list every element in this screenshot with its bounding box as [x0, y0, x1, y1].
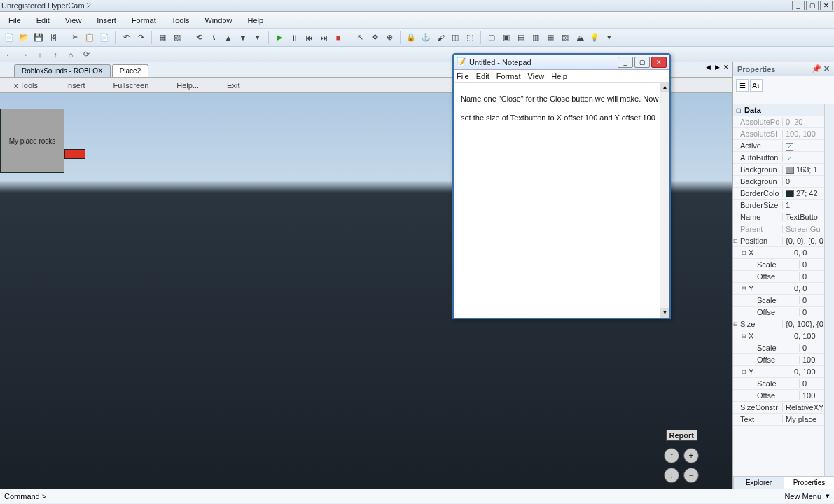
doc-nav-right-icon[interactable]: ▶ [713, 63, 721, 71]
menu-file[interactable]: File [6, 15, 24, 26]
menu-insert[interactable]: Insert [94, 15, 119, 26]
prop-row-size-x-offset[interactable]: Offse100 [733, 354, 824, 366]
prop-row-autobutton[interactable]: AutoButton✓ [733, 152, 824, 164]
prop-row-text[interactable]: TextMy place [733, 414, 824, 426]
refresh-icon[interactable]: ⟳ [80, 48, 92, 61]
vp-insert[interactable]: Insert [52, 81, 99, 90]
prop-row-position-x[interactable]: ⊟X0, 0 [733, 247, 824, 259]
paste-icon[interactable]: 📄 [98, 31, 111, 44]
minimize-button[interactable]: _ [792, 1, 805, 10]
cam-zoom-out-icon[interactable]: − [683, 468, 699, 483]
close-button[interactable]: ✕ [820, 1, 833, 10]
save-all-icon[interactable]: 🗄 [47, 31, 60, 44]
cam-up-icon[interactable]: ↑ [664, 448, 679, 463]
notepad-textarea[interactable]: Name one "Close" for the Close button we… [454, 83, 669, 318]
prop-row-size-x[interactable]: ⊟X0, 100 [733, 330, 824, 342]
menu-window[interactable]: Window [202, 15, 235, 26]
menu-tools[interactable]: Tools [169, 15, 193, 26]
stop-icon[interactable]: ■ [332, 31, 345, 44]
prop-row-size-y[interactable]: ⊟Y0, 100 [733, 366, 824, 378]
paint-icon[interactable]: 🖌 [434, 31, 447, 44]
group-icon[interactable]: ▦ [156, 31, 169, 44]
tab-explorer[interactable]: Explorer [733, 477, 784, 489]
prop-row-backgroundtransparency[interactable]: Backgroun0 [733, 176, 824, 188]
notepad-titlebar[interactable]: 📝 Untitled - Notepad _ ▢ ✕ [454, 55, 669, 70]
notepad-scrollbar[interactable]: ▲ ▼ [660, 83, 669, 318]
menu-view[interactable]: View [62, 15, 85, 26]
insert2-icon[interactable]: ▣ [500, 31, 513, 44]
vp-tools[interactable]: x Tools [0, 81, 52, 90]
panel-close-icon[interactable]: ✕ [823, 64, 830, 74]
doc-nav-left-icon[interactable]: ◀ [704, 63, 712, 71]
step-back-icon[interactable]: ⏮ [303, 31, 315, 44]
prop-row-size[interactable]: ⊟Size{0, 100}, {0 [733, 318, 824, 330]
arrow-up-icon[interactable]: ▲ [222, 31, 235, 44]
arrow-right-icon[interactable]: → [18, 48, 31, 61]
copy-icon[interactable]: 📋 [83, 31, 96, 44]
menu-format[interactable]: Format [129, 15, 159, 26]
tilt-icon[interactable]: ⤹ [207, 31, 220, 44]
prop-row-bordersize[interactable]: BorderSize1 [733, 200, 824, 211]
scroll-up-icon[interactable]: ▲ [660, 83, 669, 92]
dropdown-icon[interactable]: ▾ [251, 31, 264, 44]
light-icon[interactable]: 💡 [588, 31, 601, 44]
insert4-icon[interactable]: ▥ [529, 31, 542, 44]
prop-row-position-y[interactable]: ⊟Y0, 0 [733, 283, 824, 295]
notepad-menu-format[interactable]: Format [496, 72, 521, 80]
prop-row-position-x-offset[interactable]: Offse0 [733, 271, 824, 283]
prop-row-bordercolor[interactable]: BorderColo27; 42 [733, 188, 824, 200]
redo-icon[interactable]: ↷ [134, 31, 147, 44]
sort-az-icon[interactable]: A↓ [750, 79, 763, 92]
vp-help[interactable]: Help... [162, 81, 213, 90]
cam-down-icon[interactable]: ↓ [664, 468, 679, 483]
insert6-icon[interactable]: ▧ [559, 31, 571, 44]
categorize-icon[interactable]: ☰ [736, 79, 749, 92]
scroll-down-icon[interactable]: ▼ [660, 308, 669, 318]
notepad-close-button[interactable]: ✕ [651, 57, 667, 68]
surface-icon[interactable]: ⬚ [464, 31, 476, 44]
menu-edit[interactable]: Edit [34, 15, 53, 26]
report-button[interactable]: Report [666, 430, 697, 441]
undo-icon[interactable]: ↶ [120, 31, 132, 44]
notepad-menu-help[interactable]: Help [551, 72, 567, 80]
prop-row-name[interactable]: NameTextButto [733, 211, 824, 223]
resize-icon[interactable]: ⊕ [383, 31, 396, 44]
dropdown2-icon[interactable]: ▾ [603, 31, 616, 44]
prop-row-parent[interactable]: ParentScreenGu [733, 223, 824, 235]
vp-exit[interactable]: Exit [213, 81, 253, 90]
lock-icon[interactable]: 🔒 [405, 31, 417, 44]
save-icon[interactable]: 💾 [32, 31, 45, 44]
cut-icon[interactable]: ✂ [69, 31, 81, 44]
prop-row-absoluteposition[interactable]: AbsolutePo0, 20 [733, 116, 824, 128]
properties-scrollbar[interactable] [824, 104, 834, 476]
prop-row-size-y-offset[interactable]: Offse100 [733, 390, 824, 402]
vp-fullscreen[interactable]: Fullscreen [99, 81, 163, 90]
doc-tab-place2[interactable]: Place2 [112, 64, 149, 77]
notepad-window[interactable]: 📝 Untitled - Notepad _ ▢ ✕ File Edit For… [452, 53, 671, 319]
command-bar[interactable]: Command > New Menu ▾ [0, 489, 834, 503]
arrow-down2-icon[interactable]: ↓ [34, 48, 46, 61]
move-icon[interactable]: ✥ [368, 31, 381, 44]
arrow-left-icon[interactable]: ← [3, 48, 15, 61]
notepad-menu-edit[interactable]: Edit [476, 72, 489, 80]
material-icon[interactable]: ◫ [449, 31, 461, 44]
prop-category-data[interactable]: Data [733, 104, 824, 116]
prop-row-position-y-offset[interactable]: Offse0 [733, 307, 824, 318]
prop-row-position-x-scale[interactable]: Scale0 [733, 259, 824, 271]
prop-row-sizeconstraint[interactable]: SizeConstrRelativeXY [733, 402, 824, 414]
prop-row-backgroundcolor[interactable]: Backgroun163; 1 [733, 164, 824, 176]
arrow-up2-icon[interactable]: ↑ [49, 48, 62, 61]
tab-properties[interactable]: Properties [784, 477, 834, 489]
anchor-icon[interactable]: ⚓ [419, 31, 432, 44]
insert3-icon[interactable]: ▤ [515, 31, 527, 44]
gui-textbutton[interactable]: My place rocks [0, 108, 64, 173]
panel-pin-icon[interactable]: 📌 [812, 64, 821, 74]
prop-row-active[interactable]: Active✓ [733, 140, 824, 152]
prop-row-size-x-scale[interactable]: Scale0 [733, 342, 824, 354]
terrain-icon[interactable]: ⛰ [574, 31, 586, 44]
maximize-button[interactable]: ▢ [806, 1, 819, 10]
prop-row-absolutesize[interactable]: AbsoluteSi100, 100 [733, 128, 824, 140]
arrow-down-icon[interactable]: ▼ [237, 31, 249, 44]
insert5-icon[interactable]: ▦ [544, 31, 557, 44]
open-icon[interactable]: 📂 [18, 31, 30, 44]
